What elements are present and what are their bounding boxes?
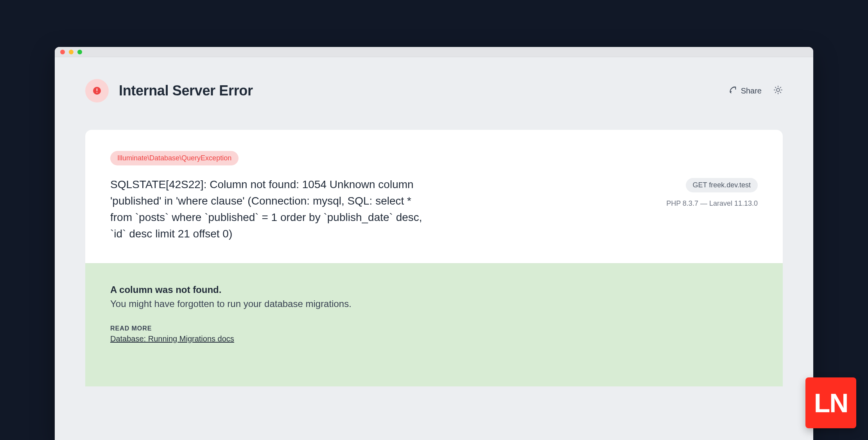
browser-window: Internal Server Error Share xyxy=(55,47,813,440)
hint-title: A column was not found. xyxy=(110,284,758,295)
window-zoom-button[interactable] xyxy=(77,50,82,54)
exception-row: SQLSTATE[42S22]: Column not found: 1054 … xyxy=(110,176,758,242)
svg-rect-1 xyxy=(97,92,97,93)
exclamation-icon xyxy=(93,87,101,95)
environment-versions: PHP 8.3.7 — Laravel 11.13.0 xyxy=(666,199,758,208)
svg-line-5 xyxy=(775,87,776,88)
window-close-button[interactable] xyxy=(60,50,65,54)
share-label: Share xyxy=(741,86,762,95)
svg-line-10 xyxy=(780,87,781,88)
docs-link[interactable]: Database: Running Migrations docs xyxy=(110,334,234,343)
exception-meta: GET freek.dev.test PHP 8.3.7 — Laravel 1… xyxy=(666,176,758,242)
laravel-news-badge-text: LN xyxy=(814,388,848,418)
share-icon xyxy=(728,86,737,96)
svg-line-6 xyxy=(780,92,781,93)
svg-rect-0 xyxy=(97,88,97,91)
page-title: Internal Server Error xyxy=(119,83,253,99)
error-badge xyxy=(85,79,109,102)
header-actions: Share xyxy=(728,85,783,96)
window-titlebar xyxy=(55,47,813,57)
exception-class-badge: Illuminate\Database\QueryException xyxy=(110,151,239,165)
page-header: Internal Server Error Share xyxy=(55,57,813,102)
share-button[interactable]: Share xyxy=(728,86,762,96)
read-more-label: READ MORE xyxy=(110,325,758,332)
error-page: Internal Server Error Share xyxy=(55,57,813,440)
request-route-badge: GET freek.dev.test xyxy=(686,178,758,192)
hint-body: You might have forgotten to run your dat… xyxy=(110,298,758,309)
header-left: Internal Server Error xyxy=(85,79,253,102)
laravel-news-badge[interactable]: LN xyxy=(805,377,856,428)
theme-toggle-button[interactable] xyxy=(773,85,783,96)
svg-line-9 xyxy=(775,92,776,93)
window-minimize-button[interactable] xyxy=(69,50,74,54)
svg-point-2 xyxy=(777,88,780,92)
hint-card: A column was not found. You might have f… xyxy=(85,263,783,386)
exception-card: Illuminate\Database\QueryException SQLST… xyxy=(85,130,783,263)
sun-icon xyxy=(773,85,783,96)
exception-message: SQLSTATE[42S22]: Column not found: 1054 … xyxy=(110,176,431,242)
